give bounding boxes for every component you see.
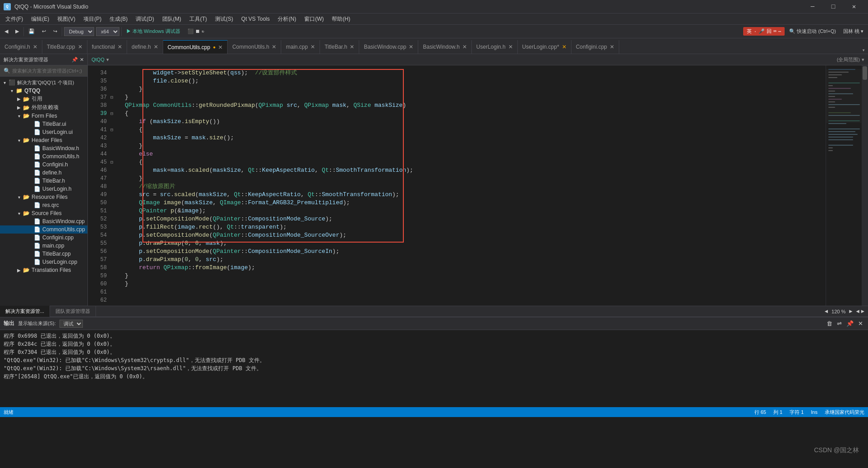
code-line-56: p.setCompositionMode(QPainter::Compositi… bbox=[121, 215, 826, 223]
scroll-nav-left[interactable]: ◀ bbox=[856, 308, 859, 315]
tab-commonutils-cpp[interactable]: CommonUtils.cpp ● ✕ bbox=[163, 40, 228, 54]
tree-resource-files[interactable]: ▾ 📂 Resource Files bbox=[0, 193, 87, 201]
solution-search-input[interactable] bbox=[12, 68, 84, 73]
tab-close-userlogin-h[interactable]: ✕ bbox=[508, 44, 513, 50]
tree-configini-h[interactable]: ▶ 📄 Configini.h bbox=[0, 161, 87, 169]
menu-qt[interactable]: Qt VS Tools bbox=[238, 15, 273, 23]
tab-close-define-h[interactable]: ✕ bbox=[154, 44, 158, 50]
tab-close-functional[interactable]: ✕ bbox=[118, 44, 122, 50]
tree-commonutils-h[interactable]: ▶ 📄 CommonUtils.h bbox=[0, 152, 87, 161]
menu-tools[interactable]: 工具(T) bbox=[186, 14, 210, 24]
tab-close-configini-h[interactable]: ✕ bbox=[33, 44, 37, 50]
output-wrap-button[interactable]: ⇌ bbox=[836, 320, 843, 327]
tab-close-commonutils-h[interactable]: ✕ bbox=[272, 44, 276, 50]
toolbar-icons[interactable]: ⬛ ⏹ ↻ bbox=[185, 28, 207, 35]
vertical-scrollbar[interactable] bbox=[862, 65, 868, 306]
tab-close-titlebar-cpp[interactable]: ✕ bbox=[78, 44, 82, 50]
tree-basicwindow-h[interactable]: ▶ 📄 BasicWindow.h bbox=[0, 144, 87, 152]
tab-basicwindow-cpp[interactable]: BasicWindow.cpp ✕ bbox=[359, 40, 418, 54]
editor-content[interactable]: 34 35 36 37 38 39 40 41 42 43 44 45 46 4… bbox=[88, 65, 868, 306]
tree-external-deps[interactable]: ▶ 📂 外部依赖项 bbox=[0, 103, 87, 112]
tree-basicwindow-cpp[interactable]: ▶ 📄 BasicWindow.cpp bbox=[0, 217, 87, 225]
tree-main-cpp[interactable]: ▶ 📄 main.cpp bbox=[0, 242, 87, 250]
tree-translation-files[interactable]: ▶ 📂 Translation Files bbox=[0, 266, 87, 274]
output-pin-button[interactable]: 📌 bbox=[845, 320, 855, 327]
tab-configini-cpp[interactable]: Configini.cpp ✕ bbox=[571, 40, 619, 54]
zoom-out-button[interactable]: ◀ bbox=[823, 308, 830, 315]
menu-file[interactable]: 文件(F) bbox=[2, 14, 27, 24]
menu-edit[interactable]: 编辑(E) bbox=[27, 14, 53, 24]
tree-titlebar-ui[interactable]: ▶ 📄 TitleBar.ui bbox=[0, 120, 87, 128]
tab-configini-h[interactable]: Configini.h ✕ bbox=[0, 40, 42, 54]
menu-analyze[interactable]: 分析(N) bbox=[274, 14, 300, 24]
tab-close-basicwindow-cpp[interactable]: ✕ bbox=[409, 44, 413, 50]
menu-debug[interactable]: 调试(D) bbox=[132, 14, 158, 24]
tab-main-cpp[interactable]: main.cpp ✕ bbox=[281, 40, 320, 54]
tree-form-files[interactable]: ▾ 📂 Form Files bbox=[0, 112, 87, 120]
tab-titlebar-h[interactable]: TitleBar.h ✕ bbox=[320, 40, 359, 54]
toolbar-forward[interactable]: ▶ bbox=[13, 28, 22, 35]
tab-close-titlebar-h[interactable]: ✕ bbox=[350, 44, 354, 50]
toolbar-save[interactable]: 💾 bbox=[26, 28, 37, 35]
tab-overflow-button[interactable]: ▾ bbox=[859, 47, 868, 54]
menu-view[interactable]: 视图(V) bbox=[54, 14, 79, 24]
tree-header-files[interactable]: ▾ 📂 Header Files bbox=[0, 136, 87, 144]
tree-res-qrc[interactable]: ▶ 📄 res.qrc bbox=[0, 201, 87, 209]
tree-userlogin-cpp[interactable]: ▶ 📄 UserLogin.cpp bbox=[0, 258, 87, 266]
maximize-button[interactable]: □ bbox=[823, 0, 844, 14]
quick-search[interactable]: 🔍 快速启动 (Ctrl+Q) bbox=[786, 27, 839, 36]
scope-dropdown[interactable]: ▾ bbox=[862, 57, 864, 63]
tree-userlogin-h[interactable]: ▶ 📄 UserLogin.h bbox=[0, 185, 87, 193]
zoom-in-button[interactable]: ▶ bbox=[847, 308, 854, 315]
tree-titlebar-cpp[interactable]: ▶ 📄 TitleBar.cpp bbox=[0, 250, 87, 258]
tab-close-main-cpp[interactable]: ✕ bbox=[311, 44, 315, 50]
close-panel-icon[interactable]: ✕ bbox=[80, 57, 84, 63]
tree-configini-cpp[interactable]: ▶ 📄 Configini.cpp bbox=[0, 234, 87, 242]
sougou-input-bar[interactable]: 英·🎤回⌨⋯ bbox=[743, 27, 785, 36]
tab-userlogin-cpp[interactable]: UserLogin.cpp* ✕ bbox=[518, 40, 571, 54]
tab-userlogin-h[interactable]: UserLogin.h ✕ bbox=[472, 40, 518, 54]
tree-source-files[interactable]: ▾ 📂 Source Files bbox=[0, 209, 87, 217]
code-line-42: { bbox=[121, 126, 826, 134]
menu-project[interactable]: 项目(P) bbox=[80, 14, 105, 24]
output-clear-button[interactable]: 🗑 bbox=[825, 320, 834, 327]
menu-help[interactable]: 帮助(H) bbox=[328, 14, 354, 24]
menu-test[interactable]: 测试(S) bbox=[211, 14, 237, 24]
close-button[interactable]: ✕ bbox=[844, 0, 864, 14]
tab-close-basicwindow-h[interactable]: ✕ bbox=[462, 44, 467, 50]
tree-project[interactable]: ▾ 📁 QTQQ bbox=[0, 87, 87, 95]
toolbar-back[interactable]: ◀ bbox=[2, 28, 11, 35]
debug-config-dropdown[interactable]: Debug bbox=[64, 27, 94, 36]
menu-build[interactable]: 生成(B) bbox=[106, 14, 131, 24]
toolbar-redo[interactable]: ↪ bbox=[50, 28, 60, 35]
output-source-dropdown[interactable]: 调试 bbox=[59, 320, 83, 328]
run-button[interactable]: ▶ 本地 Windows 调试器 bbox=[123, 27, 183, 36]
tab-titlebar-cpp[interactable]: TitleBar.cpp ✕ bbox=[42, 40, 87, 54]
tree-commonutils-cpp[interactable]: ▶ 📄 CommonUtils.cpp bbox=[0, 225, 87, 234]
tab-close-commonutils-cpp[interactable]: ✕ bbox=[218, 44, 223, 50]
bottom-tab-solution[interactable]: 解决方案资源管... bbox=[0, 306, 50, 317]
tab-define-h[interactable]: define.h ✕ bbox=[127, 40, 163, 54]
output-close-button[interactable]: ✕ bbox=[857, 320, 864, 327]
tab-commonutils-h[interactable]: CommonUtils.h ✕ bbox=[228, 40, 281, 54]
user-name[interactable]: 国林 桃 ▾ bbox=[841, 27, 866, 36]
tree-references[interactable]: ▶ 📂 引用 bbox=[0, 95, 87, 103]
toolbar-undo[interactable]: ↩ bbox=[39, 28, 49, 35]
tab-close-configini-cpp[interactable]: ✕ bbox=[610, 44, 614, 50]
code-body[interactable]: widget->setStyleSheet(qss); //设置部件样式 fil… bbox=[118, 65, 826, 306]
minimize-button[interactable]: ─ bbox=[802, 0, 823, 14]
tree-userlogin-ui[interactable]: ▶ 📄 UserLogin.ui bbox=[0, 128, 87, 136]
tree-solution-root[interactable]: ▾ ⬛ 解决方案'QtQQ'(1 个项目) bbox=[0, 78, 87, 87]
platform-dropdown[interactable]: x64 bbox=[96, 27, 119, 36]
pin-icon[interactable]: 📌 bbox=[72, 57, 78, 63]
scroll-nav-right[interactable]: ▶ bbox=[861, 308, 864, 315]
menu-window[interactable]: 窗口(W) bbox=[301, 14, 327, 24]
tree-define-h[interactable]: ▶ 📄 define.h bbox=[0, 169, 87, 177]
menu-team[interactable]: 团队(M) bbox=[159, 14, 185, 24]
tab-functional[interactable]: functional ✕ bbox=[87, 40, 127, 54]
tree-label: BasicWindow.h bbox=[42, 145, 79, 151]
tree-titlebar-h[interactable]: ▶ 📄 TitleBar.h bbox=[0, 177, 87, 185]
tab-basicwindow-h[interactable]: BasicWindow.h ✕ bbox=[418, 40, 471, 54]
bottom-tab-team[interactable]: 团队资源管理器 bbox=[50, 306, 96, 317]
tab-close-userlogin-cpp[interactable]: ✕ bbox=[562, 44, 566, 50]
